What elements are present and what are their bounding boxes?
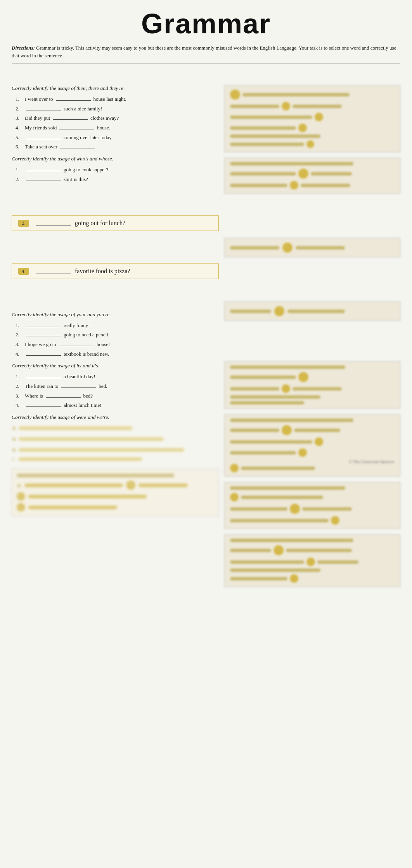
section4-title: Correctly identify the usage of your and…: [12, 312, 219, 318]
answer-box-your: [224, 361, 400, 409]
list-item: 1. going to cook supper?: [16, 165, 219, 175]
section-were-were: Correctly identify the usage of were and…: [12, 414, 219, 462]
answer-box-were: [224, 482, 400, 529]
blank-2-2[interactable]: [26, 176, 61, 181]
blank-2-1[interactable]: [26, 166, 61, 171]
item4-num: 4.: [18, 268, 29, 275]
list-item: 3. I hope we go to house!: [16, 340, 219, 350]
blank-1-4[interactable]: [59, 124, 94, 129]
section5-list: 1. a beautiful day! 2. The kitten ran to…: [12, 372, 219, 410]
blank-1-5[interactable]: [26, 134, 61, 139]
answer-box-its: © The Classroom Sparrow: [224, 414, 400, 477]
section6-title: Correctly identify the usage of were and…: [12, 414, 219, 420]
blank-5-4[interactable]: [26, 401, 61, 407]
list-item: 2. The kitten ran to bed.: [16, 382, 219, 391]
section-its: Correctly identify the usage of its and …: [12, 363, 219, 410]
blank-5-3[interactable]: [46, 392, 81, 398]
blurred-were-content: ● ● ● 4.: [12, 424, 219, 462]
blank-4-1[interactable]: [26, 322, 61, 327]
answer-box-4: [224, 301, 400, 321]
copyright: © The Classroom Sparrow: [230, 459, 395, 464]
item3-num: 3.: [18, 220, 29, 227]
blank-4[interactable]: [36, 269, 71, 274]
blank-5-1[interactable]: [26, 373, 61, 378]
list-item: 1. I went over to house last night.: [16, 95, 219, 104]
list-item: 1. really funny!: [16, 321, 219, 331]
blank-1-3[interactable]: [53, 114, 88, 120]
list-item: 4. My friends sold house.: [16, 123, 219, 133]
answer-box-1: [224, 85, 400, 152]
section-your-youre: Correctly identify the usage of your and…: [12, 312, 219, 359]
answer-box-3: [224, 238, 400, 257]
list-item: 2. such a nice family!: [16, 104, 219, 114]
list-item: 5. coming over later today.: [16, 133, 219, 143]
blank-1-1[interactable]: [56, 95, 91, 101]
list-item: 6. Take a seat over: [16, 142, 219, 152]
answer-box-2: [224, 158, 400, 194]
list-item: 4. almost lunch time!: [16, 401, 219, 410]
list-item: 1. a beautiful day!: [16, 372, 219, 382]
floating-item-3: 3. going out for lunch?: [12, 215, 219, 231]
answer-box-bottom: [224, 534, 400, 587]
blank-3[interactable]: [36, 220, 71, 226]
blank-1-6[interactable]: [60, 143, 95, 148]
blank-4-2[interactable]: [26, 331, 61, 336]
item3-text: going out for lunch?: [75, 220, 125, 227]
section4-list: 1. really funny! 2. going to need a penc…: [12, 321, 219, 359]
section2-list: 1. going to cook supper? 2. shirt is thi…: [12, 165, 219, 184]
list-item: 2. shirt is this?: [16, 175, 219, 184]
list-item: 4. textbook is brand new.: [16, 350, 219, 359]
list-item: 3. Where is bed?: [16, 391, 219, 401]
section1-title: Correctly identify the usage of their, t…: [12, 85, 219, 91]
section1-list: 1. I went over to house last night. 2. s…: [12, 95, 219, 152]
directions: Directions: Grammar is tricky. This acti…: [12, 44, 400, 64]
section-their-there: Correctly identify the usage of their, t…: [12, 85, 219, 152]
list-item: 3. Did they put clothes away?: [16, 114, 219, 123]
blank-4-3[interactable]: [59, 341, 94, 346]
blank-5-2[interactable]: [61, 382, 96, 388]
blurred-bottom-left: ●: [12, 468, 219, 517]
directions-label: Directions:: [12, 45, 35, 51]
section-whos-whose: Correctly identify the usage of who's an…: [12, 156, 219, 184]
section2-title: Correctly identify the usage of who's an…: [12, 156, 219, 162]
page-title: Grammar: [12, 8, 400, 40]
item4-text: favorite food is pizza?: [75, 268, 130, 275]
blank-1-2[interactable]: [26, 105, 61, 110]
list-item: 2. going to need a pencil.: [16, 330, 219, 340]
section5-title: Correctly identify the usage of its and …: [12, 363, 219, 369]
floating-item-4: 4. favorite food is pizza?: [12, 264, 219, 279]
blank-4-4[interactable]: [26, 350, 61, 356]
directions-text: Grammar is tricky. This activity may see…: [12, 45, 396, 59]
